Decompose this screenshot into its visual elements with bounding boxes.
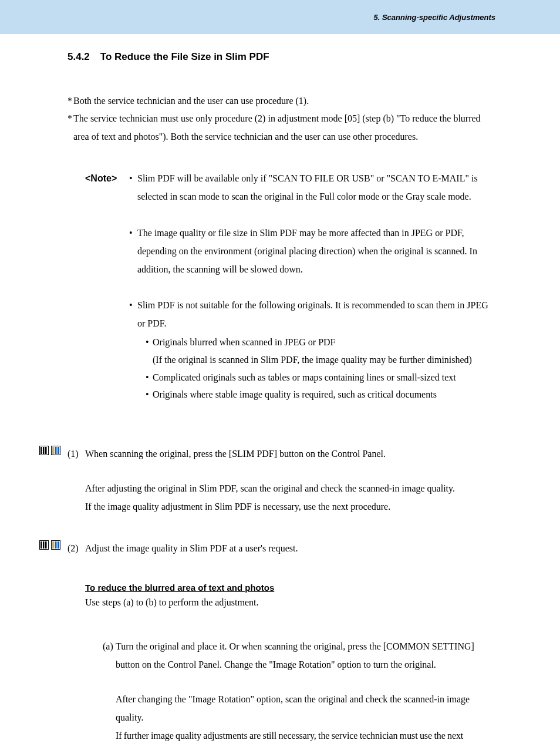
section-heading-text: To Reduce the File Size in Slim PDF bbox=[100, 51, 269, 62]
step-a-after-2: If further image quality adjustments are… bbox=[116, 726, 495, 747]
section-number: 5.4.2 bbox=[68, 51, 90, 62]
procedure-1-text: When scanning the original, press the [S… bbox=[85, 445, 495, 463]
procedure-1-number: (1) bbox=[68, 445, 85, 463]
svg-rect-6 bbox=[55, 447, 57, 454]
asterisk-icon: * bbox=[68, 110, 73, 127]
note-item-3: Slim PDF is not suitable for the followi… bbox=[137, 296, 495, 332]
note-label: <Note> bbox=[85, 169, 129, 403]
note-sub-a-paren: (If the original is scanned in Slim PDF,… bbox=[153, 351, 472, 369]
grid-bw-icon bbox=[39, 540, 49, 550]
note-sub-b: Complicated originals such as tables or … bbox=[153, 369, 495, 386]
step-a-after-1: After changing the "Image Rotation" opti… bbox=[116, 690, 495, 726]
intro-text-2b: area of text and photos"). Both the serv… bbox=[73, 128, 495, 146]
header-band: 5. Scanning-specific Adjustments bbox=[0, 0, 560, 34]
subsection-intro: Use steps (a) to (b) to perform the adju… bbox=[85, 597, 495, 608]
note-item-1: Slim PDF will be available only if "SCAN… bbox=[137, 169, 495, 206]
procedure-icons bbox=[39, 445, 68, 455]
grid-bw-icon bbox=[39, 446, 49, 455]
step-a-label: (a) bbox=[103, 637, 116, 674]
intro-block: * Both the service technician and the us… bbox=[68, 92, 495, 146]
procedure-icons bbox=[39, 539, 68, 550]
procedure-2-number: (2) bbox=[68, 539, 85, 557]
section-title: 5.4.2To Reduce the File Size in Slim PDF bbox=[68, 51, 495, 63]
note-block: <Note> • Slim PDF will be available only… bbox=[85, 169, 495, 403]
intro-text-1: Both the service technician and the user… bbox=[73, 92, 495, 110]
procedure-1-after-1: After adjusting the original in Slim PDF… bbox=[85, 479, 495, 497]
note-sublist: • Originals blurred when scanned in JPEG… bbox=[146, 334, 495, 403]
chapter-label: 5. Scanning-specific Adjustments bbox=[373, 13, 495, 22]
bullet-icon: • bbox=[146, 334, 153, 351]
procedure-2-row: (2) Adjust the image quality in Slim PDF… bbox=[39, 539, 495, 557]
procedure-1-after-2: If the image quality adjustment in Slim … bbox=[85, 497, 495, 516]
procedure-1-after: After adjusting the original in Slim PDF… bbox=[85, 479, 495, 516]
procedure-2-text: Adjust the image quality in Slim PDF at … bbox=[85, 539, 495, 557]
procedure-1-row: (1) When scanning the original, press th… bbox=[39, 445, 495, 463]
bullet-icon: • bbox=[129, 296, 137, 332]
bullet-icon: • bbox=[146, 369, 153, 386]
bullet-icon: • bbox=[129, 169, 137, 206]
asterisk-icon: * bbox=[68, 92, 73, 110]
note-sub-c: Originals where stable image quality is … bbox=[153, 386, 495, 403]
svg-rect-14 bbox=[55, 541, 57, 549]
svg-rect-15 bbox=[58, 541, 59, 549]
svg-rect-13 bbox=[52, 541, 54, 549]
note-sub-a: Originals blurred when scanned in JPEG o… bbox=[153, 334, 495, 351]
subsection-heading: To reduce the blurred area of text and p… bbox=[85, 583, 495, 593]
grid-color-icon bbox=[51, 446, 60, 455]
grid-color-icon bbox=[51, 540, 60, 550]
step-a-row: (a) Turn the original and place it. Or w… bbox=[103, 637, 495, 674]
bullet-icon: • bbox=[129, 224, 137, 279]
step-a-text: Turn the original and place it. Or when … bbox=[116, 637, 495, 674]
svg-rect-11 bbox=[45, 541, 47, 549]
svg-rect-1 bbox=[41, 447, 42, 454]
bullet-icon: • bbox=[146, 386, 153, 403]
page-body: 5.4.2To Reduce the File Size in Slim PDF… bbox=[0, 34, 560, 747]
svg-rect-3 bbox=[45, 447, 47, 454]
svg-rect-9 bbox=[41, 541, 42, 549]
svg-rect-7 bbox=[58, 447, 59, 454]
svg-rect-5 bbox=[52, 447, 54, 454]
note-item-2: The image quality or file size in Slim P… bbox=[137, 224, 495, 279]
svg-rect-10 bbox=[43, 541, 45, 549]
svg-rect-2 bbox=[43, 447, 45, 454]
step-a-after: After changing the "Image Rotation" opti… bbox=[116, 690, 495, 747]
intro-text-2a: The service technician must use only pro… bbox=[73, 110, 495, 127]
